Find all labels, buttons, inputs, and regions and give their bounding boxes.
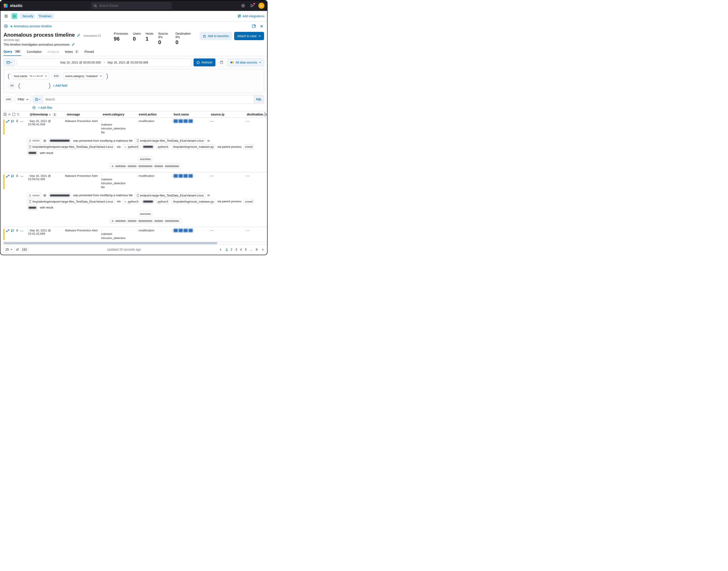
path-chip[interactable]: /tmp/alerting/endpoint-large-files_TestD… <box>27 144 115 149</box>
sort-icon[interactable] <box>17 113 20 116</box>
user-avatar[interactable]: n <box>258 3 264 9</box>
svg-line-45 <box>6 176 8 177</box>
file-chip[interactable]: endpoint-large-files_TestData_EicarVaria… <box>135 193 205 198</box>
global-search[interactable] <box>91 2 171 9</box>
kql-toggle[interactable]: KQL <box>254 95 264 103</box>
tab-notes[interactable]: Notes1 <box>65 50 79 55</box>
notes-row-icon[interactable] <box>11 175 14 178</box>
scrollbar-horizontal[interactable] <box>3 242 217 244</box>
pin-row-icon[interactable] <box>16 175 18 178</box>
pager-page[interactable]: 8 <box>256 248 257 251</box>
pager-next[interactable] <box>262 248 264 251</box>
new-timeline-button[interactable] <box>3 24 8 29</box>
close-timeline-icon[interactable] <box>259 24 264 29</box>
date-range[interactable]: Sep 16, 2021 @ 00:00:00.000 → Sep 16, 20… <box>17 58 192 67</box>
column-host[interactable]: host.name <box>174 113 211 116</box>
expand-row-icon[interactable] <box>6 120 9 123</box>
result-chip[interactable]: success <box>139 156 152 162</box>
column-destination-ip[interactable]: destination.ip <box>247 113 262 116</box>
add-filter-link[interactable]: + Add filter <box>38 106 52 109</box>
pager-page[interactable]: 1 <box>226 248 228 251</box>
svg-point-38 <box>9 114 10 115</box>
add-field-link[interactable]: + Add field <box>53 84 67 87</box>
process-chip[interactable]: python3 <box>156 199 170 204</box>
add-integrations-link[interactable]: Add integrations <box>238 14 264 18</box>
date-quick-select[interactable] <box>3 58 15 67</box>
column-action[interactable]: event.action <box>139 113 174 116</box>
notes-row-icon[interactable] <box>11 120 14 123</box>
scrollbar-vertical[interactable] <box>264 112 266 117</box>
svg-rect-39 <box>12 113 15 116</box>
notes-row-icon[interactable] <box>11 229 14 232</box>
parent-chip[interactable]: crond <box>244 144 254 149</box>
script-chip[interactable]: /tmp/alerting/mock_malware.py <box>171 199 215 204</box>
path-chip[interactable]: /tmp/alerting/endpoint-large-files_TestD… <box>27 199 115 204</box>
fields-browser-icon[interactable] <box>3 113 7 116</box>
data-sources-button[interactable]: All data sources <box>227 58 264 67</box>
operator-and[interactable]: AND <box>51 73 61 79</box>
pager-page[interactable]: 3 <box>235 248 237 251</box>
more-actions-icon[interactable]: ⋯ <box>20 229 24 233</box>
attach-to-case-button[interactable]: Attach to case <box>234 32 264 40</box>
stat-value: 0 <box>133 36 141 42</box>
expand-row-icon[interactable] <box>6 229 9 232</box>
nav-toggle-icon[interactable] <box>3 13 9 19</box>
expand-row-icon[interactable] <box>6 175 9 178</box>
kql-input[interactable] <box>43 98 254 101</box>
process-chip[interactable]: python3 <box>123 199 140 204</box>
save-query-icon[interactable] <box>217 58 226 67</box>
settings-icon[interactable] <box>8 113 11 116</box>
breadcrumb-timelines[interactable]: Timelines <box>36 13 54 19</box>
edit-title-icon[interactable] <box>77 33 81 37</box>
tab-correlation[interactable]: Correlation <box>27 50 42 55</box>
remove-filter-icon[interactable]: ✕ <box>100 75 102 78</box>
operator-or[interactable]: OR <box>8 83 16 88</box>
pager-prev[interactable] <box>219 248 222 251</box>
column-source-ip[interactable]: source.ip <box>211 113 247 116</box>
operator-and-filter[interactable]: AND <box>3 96 13 103</box>
breadcrumb-security[interactable]: Security <box>20 13 36 19</box>
pin-row-icon[interactable] <box>16 120 18 123</box>
fullscreen-icon[interactable] <box>12 113 15 116</box>
pager-page[interactable]: 2 <box>231 248 232 251</box>
filter-options-icon[interactable] <box>32 106 36 109</box>
help-icon[interactable] <box>240 3 246 9</box>
rows-per-page[interactable]: 25 <box>3 246 14 253</box>
more-actions-icon[interactable]: ⋯ <box>20 175 24 178</box>
svg-line-49 <box>6 230 8 232</box>
table-row: ⋯ |Sep 16, 2021 @ 23:54:02.385 Malware P… <box>0 173 267 227</box>
space-selector[interactable]: D <box>11 13 17 19</box>
global-search-input[interactable] <box>99 4 169 8</box>
newsfeed-icon[interactable] <box>249 3 255 9</box>
process-chip[interactable]: python3 <box>123 144 140 149</box>
remove-filter-icon[interactable]: ✕ <box>45 75 47 78</box>
active-timeline-tab[interactable]: Anomalous process timeline <box>10 24 52 28</box>
column-timestamp[interactable]: @timestamp 1 <box>30 113 67 116</box>
tab-pinned[interactable]: Pinned <box>85 50 94 55</box>
expand-timeline-icon[interactable] <box>251 24 256 29</box>
svg-line-40 <box>8 120 9 122</box>
filter-dropdown[interactable]: Filter <box>15 95 31 104</box>
saved-query-icon[interactable] <box>33 95 43 103</box>
refresh-button[interactable]: Refresh <box>193 58 216 67</box>
file-chip[interactable]: endpoint-large-files_TestData_EicarVaria… <box>135 138 205 143</box>
pin-row-icon[interactable] <box>16 229 18 232</box>
app-header: D Security Timelines Add integrations <box>0 11 267 21</box>
result-chip[interactable]: success <box>139 211 152 216</box>
pager-page[interactable]: 4 <box>240 248 242 251</box>
column-category[interactable]: event.category <box>103 113 139 116</box>
script-chip[interactable]: /tmp/alerting/mock_malware.py <box>171 144 215 149</box>
kql-search[interactable]: KQL <box>33 95 264 104</box>
stat-label: Users <box>133 32 141 35</box>
column-message[interactable]: message <box>67 113 103 116</box>
edit-description-icon[interactable] <box>72 42 75 46</box>
add-to-favorites-button[interactable]: Add to favorites <box>200 32 232 40</box>
tab-query[interactable]: Query192 <box>3 50 21 56</box>
more-actions-icon[interactable]: ⋯ <box>20 120 24 123</box>
process-chip[interactable]: python3 <box>156 144 170 149</box>
filter-pill-category[interactable]: event.category: "malware" ✕ <box>64 73 104 79</box>
elastic-logo[interactable]: elastic <box>3 3 23 8</box>
filter-pill-hostname[interactable]: host.name: "▪▪ ▪ ▪ ▪▪▪ ▪▪" ✕ <box>12 73 49 79</box>
parent-chip[interactable]: crond <box>244 199 254 204</box>
pager-page[interactable]: 5 <box>245 248 247 251</box>
